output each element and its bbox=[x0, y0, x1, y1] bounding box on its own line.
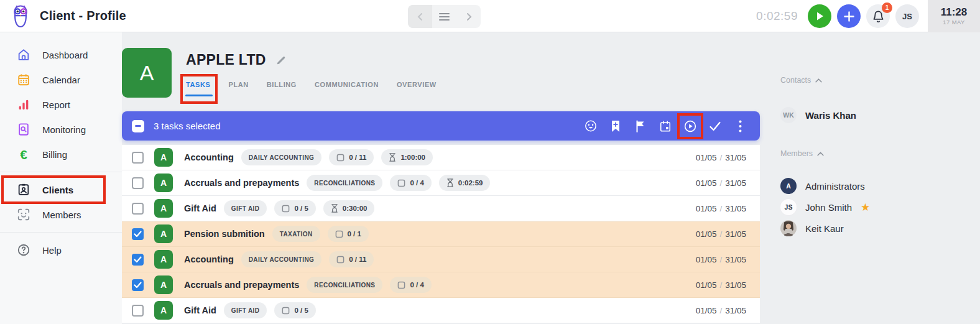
subtask-count: 0 / 5 bbox=[294, 205, 308, 212]
home-icon bbox=[16, 47, 31, 62]
app-logo-owl-icon bbox=[9, 3, 32, 29]
contact-name: Waris Khan bbox=[805, 110, 856, 121]
sidebar-item-monitoring[interactable]: Monitoring bbox=[0, 117, 122, 142]
task-name: Gift Aid bbox=[184, 203, 216, 213]
contact-avatar: WK bbox=[780, 107, 797, 123]
task-client-avatar: A bbox=[154, 199, 173, 218]
chevron-up-icon bbox=[817, 152, 824, 156]
next-client-button[interactable] bbox=[456, 5, 481, 28]
subtask-checkbox-icon bbox=[282, 307, 290, 315]
task-row[interactable]: A Accruals and prepayments RECONCILIATIO… bbox=[122, 170, 760, 196]
sidebar-item-label: Clients bbox=[42, 185, 73, 195]
flag-icon[interactable] bbox=[634, 120, 647, 132]
sidebar-item-label: Monitoring bbox=[42, 124, 86, 135]
sidebar-item-label: Dashboard bbox=[42, 50, 88, 60]
subtask-checkbox-icon bbox=[397, 281, 405, 289]
assign-member-icon[interactable] bbox=[585, 120, 597, 132]
tab-overview[interactable]: OVERVIEW bbox=[397, 81, 437, 88]
sidebar-item-members[interactable]: Members bbox=[0, 202, 122, 227]
clock-widget[interactable]: 11:28 17 MAY bbox=[928, 0, 980, 32]
tab-billing[interactable]: BILLING bbox=[267, 81, 297, 88]
contact-row[interactable]: WK Waris Khan bbox=[780, 107, 980, 123]
contacts-label: Contacts bbox=[780, 76, 811, 85]
left-sidebar: Dashboard Calendar Report Monitoring € B… bbox=[0, 32, 122, 324]
help-icon bbox=[16, 243, 31, 257]
client-tabs: TASKS PLAN BILLING COMMUNICATION OVERVIE… bbox=[186, 81, 437, 88]
notifications-button[interactable]: 1 bbox=[866, 4, 890, 28]
sidebar-item-label: Calendar bbox=[42, 75, 80, 85]
row-checkbox[interactable] bbox=[132, 177, 144, 189]
task-subtask-count-pill: 0 / 4 bbox=[390, 175, 431, 191]
page-title: Client - Profile bbox=[40, 9, 126, 23]
task-time-pill: 0:02:59 bbox=[439, 175, 491, 191]
sidebar-item-help[interactable]: Help bbox=[0, 238, 122, 262]
tab-plan[interactable]: PLAN bbox=[228, 81, 248, 88]
complete-check-icon[interactable] bbox=[709, 120, 721, 132]
task-client-avatar: A bbox=[154, 301, 173, 320]
topbar-actions: 0:02:59 1 JS 11:28 17 MAY bbox=[756, 0, 980, 32]
row-checkbox[interactable] bbox=[132, 305, 144, 317]
client-name: APPLE LTD bbox=[186, 52, 266, 68]
task-row[interactable]: A Gift Aid GIFT AID 0 / 5 01/05/31/05 bbox=[122, 298, 760, 323]
task-category-pill: DAILY ACCOUNTING bbox=[241, 149, 321, 165]
calendar-icon[interactable] bbox=[659, 120, 672, 132]
row-checkbox[interactable] bbox=[132, 279, 144, 291]
task-row[interactable]: A Gift Aid GIFT AID 0 / 5 0:30:00 01/05/… bbox=[122, 196, 760, 221]
task-row[interactable]: A Accruals and prepayments RECONCILIATIO… bbox=[122, 272, 760, 298]
clients-badge-icon bbox=[16, 182, 31, 197]
member-row[interactable]: Keit Kaur bbox=[780, 220, 980, 236]
subtask-count: 0 / 5 bbox=[294, 307, 308, 314]
sidebar-item-clients[interactable]: Clients bbox=[0, 177, 122, 202]
row-checkbox[interactable] bbox=[132, 254, 144, 266]
task-subtask-count-pill: 0 / 5 bbox=[274, 302, 315, 318]
prev-client-button[interactable] bbox=[408, 5, 432, 28]
row-checkbox[interactable] bbox=[132, 203, 144, 215]
sidebar-item-label: Help bbox=[42, 245, 62, 256]
subtask-checkbox-icon bbox=[282, 205, 290, 213]
task-category-pill: GIFT AID bbox=[224, 200, 267, 216]
hourglass-icon bbox=[446, 178, 454, 187]
more-menu-icon[interactable] bbox=[734, 120, 746, 132]
select-all-checkbox[interactable] bbox=[132, 120, 144, 132]
member-row[interactable]: JS John Smith ★ bbox=[780, 199, 980, 215]
calendar-icon bbox=[16, 72, 31, 87]
task-category-pill: RECONCILIATIONS bbox=[307, 277, 382, 293]
add-button[interactable] bbox=[837, 4, 861, 28]
row-checkbox[interactable] bbox=[132, 152, 144, 164]
task-subtask-count-pill: 0 / 11 bbox=[329, 251, 374, 267]
subtask-count: 0 / 4 bbox=[410, 179, 423, 187]
tab-tasks[interactable]: TASKS bbox=[186, 81, 210, 88]
selection-count-text: 3 tasks selected bbox=[154, 121, 221, 131]
members-section-header[interactable]: Members bbox=[780, 149, 980, 158]
task-row[interactable]: A Pension submition TAXATION 0 / 1 01/05… bbox=[122, 221, 760, 247]
start-timer-button[interactable] bbox=[808, 4, 831, 28]
sidebar-item-dashboard[interactable]: Dashboard bbox=[0, 42, 122, 67]
tab-communication[interactable]: COMMUNICATION bbox=[315, 81, 379, 88]
member-avatar: JS bbox=[780, 199, 797, 215]
task-row[interactable]: A Accounting DAILY ACCOUNTING 0 / 11 01/… bbox=[122, 247, 760, 272]
global-timer: 0:02:59 bbox=[756, 9, 798, 23]
member-photo-avatar bbox=[780, 220, 797, 236]
task-dates: 01/05/31/05 bbox=[696, 280, 746, 290]
subtask-count: 0 / 11 bbox=[349, 154, 366, 161]
monitoring-document-icon bbox=[16, 122, 31, 137]
contacts-section-header[interactable]: Contacts bbox=[780, 76, 980, 85]
client-list-menu-button[interactable] bbox=[432, 5, 456, 28]
sidebar-item-report[interactable]: Report bbox=[0, 92, 122, 117]
start-timer-icon[interactable] bbox=[684, 120, 696, 132]
task-row[interactable]: A Accounting DAILY ACCOUNTING 0 / 11 1:0… bbox=[122, 145, 760, 170]
sidebar-item-calendar[interactable]: Calendar bbox=[0, 67, 122, 92]
task-name: Accruals and prepayments bbox=[184, 280, 299, 290]
clock-date: 17 MAY bbox=[943, 19, 965, 25]
sidebar-item-billing[interactable]: € Billing bbox=[0, 142, 122, 167]
user-avatar[interactable]: JS bbox=[895, 4, 919, 28]
edit-client-name-icon[interactable] bbox=[275, 55, 287, 66]
member-row[interactable]: A Administrators bbox=[780, 178, 980, 194]
subtask-checkbox-icon bbox=[336, 154, 344, 162]
task-category-pill: DAILY ACCOUNTING bbox=[241, 251, 321, 267]
row-checkbox[interactable] bbox=[132, 228, 144, 240]
members-face-icon bbox=[16, 207, 31, 222]
sidebar-item-label: Report bbox=[42, 100, 70, 110]
bookmark-add-icon[interactable] bbox=[609, 120, 622, 132]
subtask-checkbox-icon bbox=[397, 179, 405, 187]
